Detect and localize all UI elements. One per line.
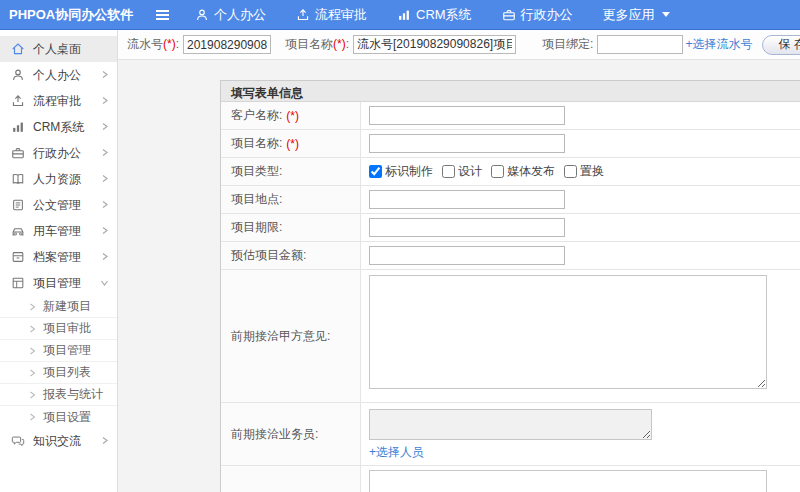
sidebar-item-desktop[interactable]: 个人桌面 [0, 36, 117, 62]
sidebar-item-workflow[interactable]: 流程审批 [0, 88, 117, 114]
app-logo: PHPOA协同办公软件 [0, 6, 118, 24]
client-opinion-textarea[interactable] [369, 275, 767, 389]
sidebar-item-label: 人力资源 [33, 171, 97, 188]
field-label: 预估项目金额: [221, 242, 361, 269]
checkbox-design[interactable] [442, 165, 455, 178]
chevron-right-icon [29, 388, 36, 402]
field-label: 项目类型: [221, 158, 361, 185]
nav-personal-office[interactable]: 个人办公 [195, 6, 266, 24]
sidebar-item-crm[interactable]: CRM系统 [0, 114, 117, 140]
form-row-project-location: 项目地点: [221, 186, 800, 214]
select-serial-link[interactable]: +选择流水号 [685, 36, 752, 53]
project-location-input[interactable] [369, 190, 565, 209]
nav-crm-system[interactable]: CRM系统 [397, 6, 472, 24]
project-term-input[interactable] [369, 218, 565, 237]
menu-toggle-icon[interactable] [156, 10, 169, 20]
required-mark: (*) [286, 109, 299, 123]
form-row-project-term: 项目期限: [221, 214, 800, 242]
main-area: 流水号(*): 项目名称(*): 项目绑定: +选择流水号 保 存 填写表单信息… [118, 30, 800, 492]
briefcase-icon [11, 146, 25, 160]
chevron-right-icon [101, 94, 109, 108]
field-label: 客户名称:(*) [221, 102, 361, 129]
chevron-right-icon [29, 344, 36, 358]
project-name-label: 项目名称(*): [285, 36, 349, 53]
user-icon [195, 8, 209, 22]
submenu-item-reports-stats[interactable]: 报表与统计 [0, 384, 117, 406]
chevron-right-icon [29, 366, 36, 380]
home-icon [11, 42, 25, 56]
chevron-down-icon [100, 276, 109, 290]
sidebar: 个人桌面 个人办公 流程审批 CRM系统 [0, 30, 118, 492]
select-person-link[interactable]: +选择人员 [369, 444, 424, 461]
salesperson-textarea[interactable] [369, 409, 652, 440]
nav-label: 流程审批 [315, 6, 367, 24]
book-icon [11, 172, 25, 186]
serial-input[interactable] [183, 35, 271, 54]
checkbox-label: 媒体发布 [507, 163, 555, 180]
chevron-right-icon [101, 172, 109, 186]
customer-name-input[interactable] [369, 106, 565, 125]
submenu-item-new-project[interactable]: 新建项目 [0, 296, 117, 318]
sidebar-item-label: CRM系统 [33, 119, 97, 136]
sidebar-item-hr[interactable]: 人力资源 [0, 166, 117, 192]
sidebar-item-projects[interactable]: 项目管理 [0, 270, 117, 296]
estimated-amount-input[interactable] [369, 246, 565, 265]
chat-icon [11, 434, 25, 448]
briefcase-icon [502, 8, 516, 22]
submenu-label: 项目列表 [43, 364, 91, 381]
project-type-options: 标识制作 设计 媒体发布 置换 [369, 163, 613, 180]
flow-icon [296, 8, 310, 22]
form-toolbar: 流水号(*): 项目名称(*): 项目绑定: +选择流水号 保 存 [118, 30, 800, 60]
sidebar-item-personal-office[interactable]: 个人办公 [0, 62, 117, 88]
sidebar-item-label: 公文管理 [33, 197, 97, 214]
submenu-item-project-management[interactable]: 项目管理 [0, 340, 117, 362]
form-row-client-opinion: 前期接洽甲方意见: [221, 270, 800, 403]
project-binding-input[interactable] [597, 35, 683, 54]
submenu-item-project-settings[interactable]: 项目设置 [0, 406, 117, 428]
submenu-item-project-approval[interactable]: 项目审批 [0, 318, 117, 340]
project-name-input[interactable] [353, 35, 516, 54]
checkbox-label: 置换 [580, 163, 604, 180]
checkbox-media-release[interactable] [491, 165, 504, 178]
chevron-right-icon [101, 434, 109, 448]
nav-label: 行政办公 [521, 6, 573, 24]
chevron-right-icon [29, 300, 36, 314]
car-icon [11, 224, 25, 238]
sidebar-item-vehicles[interactable]: 用车管理 [0, 218, 117, 244]
form-row-estimated-amount: 预估项目金额: [221, 242, 800, 270]
sidebar-item-label: 流程审批 [33, 93, 97, 110]
checkbox-replacement[interactable] [564, 165, 577, 178]
nav-admin-office[interactable]: 行政办公 [502, 6, 573, 24]
user-icon [11, 68, 25, 82]
sidebar-item-admin-office[interactable]: 行政办公 [0, 140, 117, 166]
serial-label: 流水号(*): [127, 36, 179, 53]
sidebar-item-label: 项目管理 [33, 275, 96, 292]
required-mark: (*) [333, 37, 346, 51]
sidebar-item-label: 行政办公 [33, 145, 97, 162]
sidebar-item-label: 个人办公 [33, 67, 97, 84]
chart-icon [397, 8, 411, 22]
extra-textarea[interactable] [369, 470, 767, 492]
sidebar-item-documents[interactable]: 公文管理 [0, 192, 117, 218]
submenu-label: 项目管理 [43, 342, 91, 359]
nav-label: CRM系统 [416, 6, 472, 24]
field-label: 项目地点: [221, 186, 361, 213]
checkbox-sign-making[interactable] [369, 165, 382, 178]
sidebar-item-knowledge[interactable]: 知识交流 [0, 428, 117, 454]
save-button[interactable]: 保 存 [762, 35, 800, 55]
sidebar-item-archives[interactable]: 档案管理 [0, 244, 117, 270]
sidebar-item-label: 个人桌面 [33, 41, 109, 58]
submenu-item-project-list[interactable]: 项目列表 [0, 362, 117, 384]
nav-workflow-approval[interactable]: 流程审批 [296, 6, 367, 24]
submenu-label: 报表与统计 [43, 386, 103, 403]
nav-more-apps[interactable]: 更多应用 [603, 6, 670, 24]
field-label: 前期接洽甲方意见: [221, 270, 361, 402]
chevron-right-icon [101, 120, 109, 134]
chart-icon [11, 120, 25, 134]
form-row-salesperson: 前期接洽业务员: +选择人员 [221, 403, 800, 466]
project-name-field-input[interactable] [369, 134, 565, 153]
sidebar-item-label: 档案管理 [33, 249, 97, 266]
field-label: 项目期限: [221, 214, 361, 241]
chevron-right-icon [101, 146, 109, 160]
chevron-right-icon [29, 322, 36, 336]
